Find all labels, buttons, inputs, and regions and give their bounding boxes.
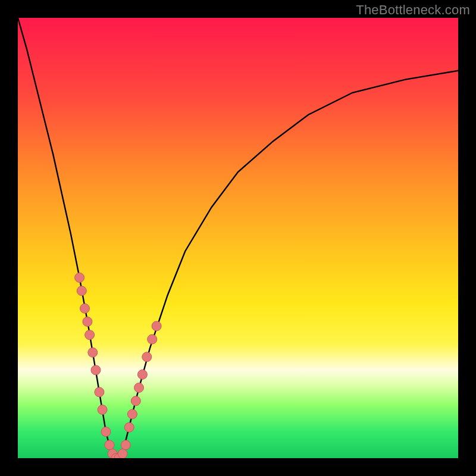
curve-marker [124, 422, 134, 432]
watermark-text: TheBottleneck.com [356, 2, 470, 18]
curve-marker [75, 273, 84, 283]
chart-plot-area [18, 18, 458, 458]
curve-marker [142, 352, 152, 362]
curve-marker [148, 334, 157, 344]
curve-markers [75, 273, 162, 458]
chart-frame: TheBottleneck.com [0, 0, 476, 476]
curve-marker [101, 427, 111, 437]
curve-marker [118, 449, 127, 458]
curve-marker [77, 286, 86, 296]
curve-marker [88, 347, 98, 357]
curve-marker [83, 317, 92, 327]
curve-marker [137, 369, 147, 379]
curve-marker [121, 440, 130, 450]
curve-marker [85, 330, 95, 340]
chart-svg [18, 18, 458, 458]
curve-marker [134, 383, 144, 393]
curve-marker [127, 409, 137, 419]
curve-marker [80, 303, 90, 313]
bottleneck-curve [18, 18, 458, 458]
curve-marker [98, 405, 107, 415]
curve-marker [131, 396, 140, 406]
curve-marker [95, 387, 104, 397]
curve-marker [91, 365, 101, 375]
curve-marker [105, 440, 114, 450]
curve-marker [152, 321, 161, 331]
